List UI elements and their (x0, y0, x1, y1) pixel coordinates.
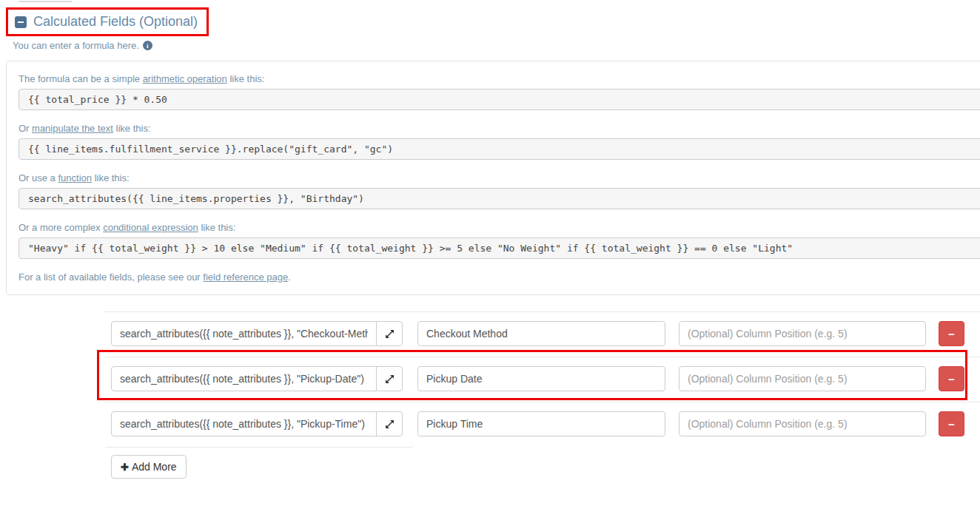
field-reference-note: For a list of available fields, please s… (19, 271, 980, 283)
minus-icon: − (948, 328, 955, 340)
calculated-field-row: − (105, 402, 980, 447)
conditional-expression-link[interactable]: conditional expression (103, 222, 198, 233)
caption-text: like this: (113, 123, 151, 134)
section-title: Calculated Fields (Optional) (33, 14, 198, 30)
caption-text: Or (19, 123, 32, 134)
field-rows: − − (105, 311, 980, 447)
expand-arrows-icon (385, 374, 395, 384)
caption-text: like this: (227, 73, 265, 84)
formula-input[interactable] (111, 321, 377, 346)
remove-row-button[interactable]: − (939, 411, 964, 436)
formula-input[interactable] (111, 411, 377, 436)
minus-icon: − (948, 374, 955, 385)
add-more-button[interactable]: ✚ Add More (111, 455, 187, 479)
arithmetic-operation-link[interactable]: arithmetic operation (143, 73, 227, 84)
calculated-fields-section-header[interactable]: Calculated Fields (Optional) (6, 7, 209, 36)
formula-example-code: search_attributes({{ line_items.properti… (19, 188, 980, 209)
column-position-input[interactable] (679, 321, 926, 346)
column-position-input[interactable] (679, 411, 926, 436)
info-circle-icon[interactable]: i (143, 41, 152, 50)
example-conditional: Or a more complex conditional expression… (19, 222, 980, 259)
caption-text: Or a more complex (19, 222, 103, 233)
caption-text: The formula can be a simple (19, 73, 143, 84)
formula-input[interactable] (111, 366, 377, 391)
expand-arrows-icon (385, 419, 395, 429)
formula-input-group (111, 366, 403, 391)
previous-section-edge (19, 1, 72, 2)
caption-text: like this: (198, 222, 236, 233)
plus-icon: ✚ (121, 462, 129, 473)
expand-arrows-icon (385, 329, 395, 339)
remove-row-button[interactable]: − (939, 366, 964, 391)
add-more-label: Add More (132, 461, 177, 473)
caption-text: . (288, 271, 291, 283)
calculated-field-row: − (105, 311, 980, 357)
calculated-fields-table: − − (105, 311, 980, 479)
example-caption: The formula can be a simple arithmetic o… (19, 73, 980, 84)
formula-example-code: {{ total_price }} * 0.50 (19, 89, 980, 110)
caption-text: Or use a (19, 172, 58, 183)
formula-example-code: {{ line_items.fulfillment_service }}.rep… (19, 138, 980, 160)
manipulate-text-link[interactable]: manipulate the text (32, 123, 113, 134)
formula-input-group (111, 321, 403, 346)
caption-text: like this: (92, 172, 130, 183)
remove-row-button[interactable]: − (939, 321, 964, 346)
example-caption: Or manipulate the text like this: (19, 123, 980, 134)
column-position-input[interactable] (679, 366, 926, 391)
expand-formula-button[interactable] (376, 366, 403, 391)
column-label-input[interactable] (417, 411, 665, 436)
section-subtitle: You can enter a formula here. (13, 40, 139, 51)
column-label-input[interactable] (417, 366, 665, 391)
function-link[interactable]: function (58, 172, 92, 183)
caption-text: For a list of available fields, please s… (19, 271, 203, 283)
table-bottom-divider (105, 447, 413, 448)
collapse-minus-icon[interactable] (15, 16, 27, 28)
example-caption: Or use a function like this: (19, 172, 980, 183)
expand-formula-button[interactable] (376, 411, 403, 436)
formula-help-panel: The formula can be a simple arithmetic o… (6, 61, 980, 295)
expand-formula-button[interactable] (376, 321, 403, 346)
example-caption: Or a more complex conditional expression… (19, 222, 980, 233)
minus-icon: − (948, 419, 955, 430)
section-subtitle-row: You can enter a formula here. i (13, 40, 980, 51)
field-reference-page-link[interactable]: field reference page (203, 271, 288, 283)
formula-input-group (111, 411, 403, 436)
example-function: Or use a function like this: search_attr… (19, 172, 980, 209)
example-text-manipulation: Or manipulate the text like this: {{ lin… (19, 123, 980, 160)
calculated-field-row: − (105, 357, 980, 402)
formula-example-code: "Heavy" if {{ total_weight }} > 10 else … (19, 237, 980, 259)
example-arithmetic: The formula can be a simple arithmetic o… (19, 73, 980, 110)
column-label-input[interactable] (417, 321, 665, 346)
add-more-row: ✚ Add More (111, 455, 980, 479)
